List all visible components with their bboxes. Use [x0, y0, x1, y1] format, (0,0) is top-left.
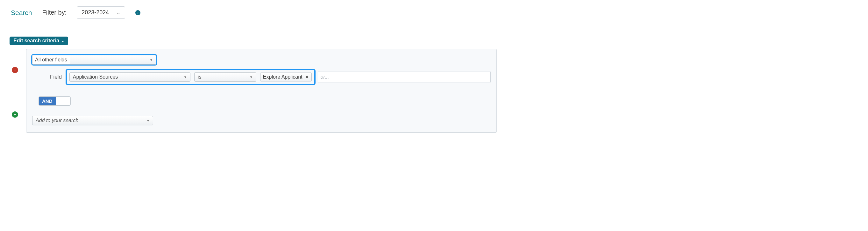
- edit-search-criteria-label: Edit search criteria: [13, 38, 59, 43]
- field-condition-group: Application Sources ▼ is ▼ Explore Appli…: [67, 70, 314, 84]
- add-to-search-select[interactable]: Add to your search ▼: [32, 116, 153, 125]
- field-select-value: Application Sources: [73, 74, 118, 80]
- value-chip-label: Explore Applicant: [263, 74, 303, 80]
- search-tab[interactable]: Search: [11, 9, 32, 16]
- value-input[interactable]: or...: [318, 72, 491, 82]
- category-select[interactable]: All other fields ▼: [32, 55, 156, 65]
- add-to-search-placeholder: Add to your search: [36, 118, 78, 124]
- operator-select-value: is: [198, 74, 202, 80]
- remove-chip-icon[interactable]: ✕: [305, 74, 309, 79]
- info-icon[interactable]: i: [135, 10, 141, 15]
- triangle-down-icon: ▼: [250, 75, 253, 79]
- logic-toggle-alt: [56, 97, 70, 105]
- logic-toggle-label: AND: [39, 97, 56, 105]
- edit-search-criteria-button[interactable]: Edit search criteria ⌄: [9, 37, 68, 45]
- value-input-placeholder: or...: [321, 74, 329, 80]
- filter-by-label: Filter by:: [42, 9, 67, 16]
- operator-select[interactable]: is ▼: [194, 72, 256, 82]
- logic-toggle[interactable]: AND: [38, 96, 71, 106]
- field-row-label: Field: [50, 74, 62, 80]
- search-criteria-panel: All other fields ▼ Field Application Sou…: [26, 49, 497, 133]
- year-select[interactable]: 2023-2024 ⌄: [77, 6, 125, 19]
- triangle-down-icon: ▼: [184, 75, 187, 79]
- value-chip[interactable]: Explore Applicant ✕: [260, 72, 312, 81]
- add-criteria-icon[interactable]: +: [12, 111, 18, 118]
- triangle-down-icon: ▼: [150, 58, 153, 62]
- chevron-down-icon: ⌄: [117, 10, 120, 15]
- field-select[interactable]: Application Sources ▼: [69, 72, 190, 82]
- category-select-value: All other fields: [32, 55, 70, 64]
- triangle-down-icon: ▼: [147, 119, 150, 123]
- chevron-down-icon: ⌄: [61, 38, 64, 43]
- year-select-value: 2023-2024: [82, 9, 109, 16]
- remove-criteria-icon[interactable]: −: [12, 67, 18, 73]
